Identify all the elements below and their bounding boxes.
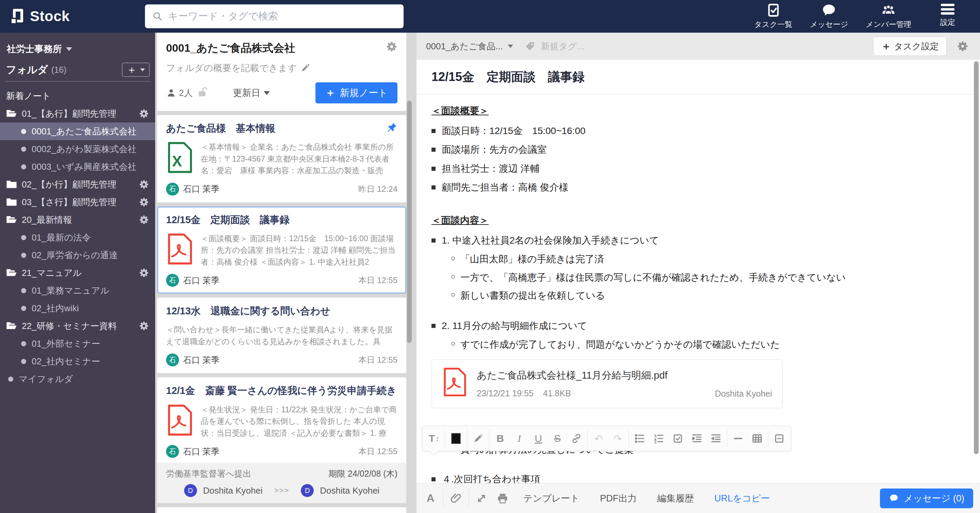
note-card[interactable]: 11/28火 11月の給与計算に関するやりとり ＜給与計算に当たって必要な項目＞…	[157, 507, 406, 513]
font-size-button[interactable]: T↕	[424, 429, 443, 448]
square-bullet-icon	[431, 238, 436, 243]
member-count[interactable]: 2人	[166, 87, 192, 99]
note-card-title: 12/13水 退職金に関する問い合わせ	[166, 305, 331, 318]
note-author: 石口 茉季	[183, 183, 220, 195]
attachment-card[interactable]: あたご食品株式会社様_11月分給与明細.pdf 23/12/21 19:55 4…	[431, 359, 783, 408]
note-content-area[interactable]: 12/15金 定期面談 議事録 ＜面談概要＞ 面談日時：12/15金 15:00…	[417, 60, 980, 483]
edit-history-button[interactable]: 編集履歴	[657, 492, 694, 505]
sidebar-item-my-folder[interactable]: マイフォルダ	[0, 370, 155, 388]
task-title: 労働基準監督署へ提出	[166, 468, 251, 479]
pin-icon[interactable]	[386, 122, 398, 135]
folder-settings-button[interactable]	[386, 41, 398, 52]
font-button[interactable]: A	[420, 489, 441, 508]
bullet-list-button[interactable]	[630, 429, 649, 448]
sidebar-folder-02[interactable]: 02_【か行】顧問先管理	[0, 176, 155, 193]
sidebar-folder-21[interactable]: 21_マニュアル	[0, 264, 155, 282]
outdent-button[interactable]	[706, 429, 725, 448]
note-card[interactable]: 12/1金 斎藤 賢一さんの怪我に伴う労災申請手続き ＜発生状況＞ 発生日：11…	[157, 377, 406, 503]
sidebar-folder-03[interactable]: 03_【さ行】顧問先管理	[0, 193, 155, 211]
note-card-selected[interactable]: 12/15金 定期面談 議事録 ＜面談概要＞ 面談日時：12/15金 15:00…	[157, 206, 406, 294]
editor-toolbar: T↕ B I U S ↶ ↷	[422, 426, 791, 451]
numbered-list-button[interactable]	[649, 429, 668, 448]
task-list-icon	[766, 3, 781, 17]
fullscreen-button[interactable]	[471, 489, 492, 508]
note-card[interactable]: あたご食品様 基本情報 X ＜基本情報＞ 企業名：あたご食品株式会社 事業所の所…	[157, 115, 406, 202]
bold-button[interactable]: B	[491, 429, 510, 448]
highlighter-button[interactable]	[469, 429, 488, 448]
template-button[interactable]: テンプレート	[523, 492, 579, 505]
bullet-dot-icon	[21, 235, 26, 240]
italic-button[interactable]: I	[510, 429, 529, 448]
chevron-down-icon	[140, 68, 145, 71]
nav-task-list[interactable]: タスク一覧	[754, 3, 792, 30]
tag-placeholder: 新規タグ...	[541, 40, 584, 52]
add-folder-button[interactable]: ＋	[122, 63, 150, 77]
text-color-button[interactable]	[447, 429, 466, 448]
message-button[interactable]: メッセージ (0)	[880, 489, 973, 508]
sidebar-note-folder-ext-seminar[interactable]: 01_外部セミナー	[0, 335, 155, 353]
brand[interactable]: Stock	[0, 8, 145, 24]
note-author: 石口 茉季	[183, 275, 220, 286]
bullet-dot-icon	[21, 253, 26, 258]
pdf-file-icon	[166, 404, 194, 439]
stock-logo-icon	[10, 8, 25, 24]
bullet-dot-icon	[21, 306, 26, 311]
sidebar-note-folder-wiki[interactable]: 02_社内wiki	[0, 299, 155, 317]
folder-gear-button[interactable]	[139, 108, 149, 119]
folder-gear-button[interactable]	[139, 197, 149, 207]
underline-button[interactable]: U	[529, 429, 548, 448]
editor-scrollbar-thumb[interactable]	[974, 61, 978, 454]
folder-gear-button[interactable]	[139, 321, 149, 331]
note-author: 石口 茉季	[183, 354, 220, 366]
folder-gear-button[interactable]	[139, 179, 149, 189]
folder-select[interactable]: 0001_あたご食品...	[426, 40, 513, 52]
code-block-button[interactable]	[770, 429, 789, 448]
checklist-button[interactable]	[668, 429, 687, 448]
strikethrough-button[interactable]: S	[548, 429, 567, 448]
note-settings-button[interactable]	[957, 40, 969, 52]
search-input[interactable]: キーワード・タグで検索	[145, 5, 404, 28]
sidebar-note-folder-0001[interactable]: 0001_あたご食品株式会社	[0, 122, 155, 140]
nav-messages[interactable]: メッセージ	[810, 3, 848, 30]
folder-gear-button[interactable]	[139, 268, 149, 278]
print-button[interactable]	[492, 489, 513, 508]
sidebar-folder-22[interactable]: 22_研修・セミナー資料	[0, 317, 155, 335]
sidebar-note-folder-0003[interactable]: 0003_いずみ興産株式会社	[0, 158, 155, 176]
pdf-file-icon	[442, 366, 468, 401]
undo-button[interactable]: ↶	[589, 429, 608, 448]
note-card-excerpt: ＜面談概要＞ 面談日時：12/15金 15:00~16:00 面談場所：先方の会…	[201, 233, 398, 268]
indent-button[interactable]	[687, 429, 706, 448]
folder-closed-icon	[6, 197, 17, 207]
sidebar-note-folder-0002[interactable]: 0002_あがわ製薬株式会社	[0, 140, 155, 158]
attach-file-button[interactable]	[445, 489, 466, 508]
folder-description-placeholder[interactable]: フォルダの概要を記載できます	[166, 62, 398, 74]
table-button[interactable]	[748, 429, 767, 448]
workspace-selector[interactable]: 社労士事務所	[0, 40, 155, 58]
sidebar-note-folder-int-seminar[interactable]: 02_社内セミナー	[0, 353, 155, 370]
sidebar-note-folder-mhlw[interactable]: 02_厚労省からの通達	[0, 246, 155, 264]
new-note-button[interactable]: ＋ 新規ノート	[315, 82, 398, 103]
sidebar-note-folder-manual[interactable]: 01_業務マニュアル	[0, 282, 155, 299]
nav-member-management[interactable]: メンバー管理	[865, 3, 911, 30]
task-setting-button[interactable]: ＋ タスク設定	[873, 37, 947, 56]
sidebar-note-folder-latest-law[interactable]: 01_最新の法令	[0, 229, 155, 246]
task-assignee: Doshita Kyohei	[320, 486, 379, 496]
task-strip[interactable]: 労働基準監督署へ提出 期限 24/02/08 (木) D Doshita Kyo…	[157, 463, 406, 503]
avatar: 石	[166, 274, 179, 287]
tag-input[interactable]: 新規タグ...	[525, 40, 584, 52]
nav-settings[interactable]: 設定	[929, 3, 966, 27]
sidebar-item-new-notes[interactable]: 新着ノート	[0, 87, 155, 105]
avatar: 石	[166, 183, 179, 195]
message-bubble-icon	[822, 3, 836, 17]
horizontal-rule-button[interactable]	[729, 429, 748, 448]
pdf-export-button[interactable]: PDF出力	[600, 492, 637, 505]
note-card[interactable]: 12/13水 退職金に関する問い合わせ ＜問い合わせ＞長年一緒に働いてきた従業員…	[157, 298, 406, 373]
folder-gear-button[interactable]	[139, 214, 149, 225]
sort-selector[interactable]: 更新日	[233, 87, 270, 99]
note-list-scrollbar-thumb[interactable]	[407, 101, 412, 343]
link-button[interactable]	[567, 429, 586, 448]
sidebar-folder-20[interactable]: 20_最新情報	[0, 211, 155, 229]
sidebar-folder-01[interactable]: 01_【あ行】顧問先管理	[0, 105, 155, 122]
copy-url-button[interactable]: URLをコピー	[714, 492, 770, 505]
redo-button[interactable]: ↷	[608, 429, 627, 448]
